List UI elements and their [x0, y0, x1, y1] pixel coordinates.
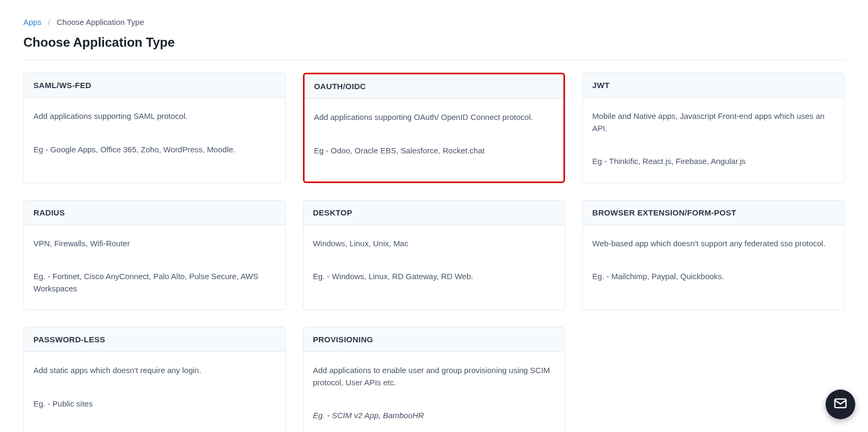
card-password-less[interactable]: PASSWORD-LESSAdd static apps which doesn…: [23, 327, 286, 432]
card-radius[interactable]: RADIUSVPN, Firewalls, Wifi-RouterEg. - F…: [23, 200, 286, 310]
card-description: Add static apps which doesn't require an…: [33, 365, 276, 377]
breadcrumb-current: Choose Application Type: [57, 18, 144, 27]
card-body: Add applications supporting SAML protoco…: [24, 98, 285, 170]
card-title: PASSWORD-LESS: [24, 327, 285, 352]
card-description: Windows, Linux, Unix, Mac: [313, 238, 555, 250]
breadcrumb: Apps / Choose Application Type: [23, 5, 845, 35]
card-body: Add applications to enable user and grou…: [303, 352, 565, 432]
card-description: Add applications to enable user and grou…: [313, 365, 555, 388]
application-type-grid: SAML/WS-FEDAdd applications supporting S…: [23, 73, 845, 432]
title-divider: [23, 59, 845, 60]
card-body: Web-based app which doesn't support any …: [583, 225, 844, 298]
card-body: VPN, Firewalls, Wifi-RouterEg. - Fortine…: [24, 225, 285, 310]
breadcrumb-separator: /: [48, 18, 50, 27]
card-description: Add applications supporting SAML protoco…: [33, 110, 276, 123]
card-jwt[interactable]: JWTMobile and Native apps, Javascript Fr…: [582, 73, 845, 183]
card-description: Mobile and Native apps, Javascript Front…: [592, 110, 835, 134]
card-body: Windows, Linux, Unix, MacEg. - Windows, …: [303, 225, 565, 298]
card-title: BROWSER EXTENSION/FORM-POST: [583, 201, 844, 225]
card-browser-extension[interactable]: BROWSER EXTENSION/FORM-POSTWeb-based app…: [582, 200, 845, 310]
card-title: PROVISIONING: [303, 327, 565, 352]
card-description: Add applications supporting OAuth/ OpenI…: [314, 111, 554, 124]
card-example: Eg. - Windows, Linux, RD Gateway, RD Web…: [313, 271, 555, 283]
card-saml-ws-fed[interactable]: SAML/WS-FEDAdd applications supporting S…: [23, 73, 286, 183]
card-example: Eg - Thinkific, React.js, Firebase, Angu…: [592, 155, 835, 168]
card-title: RADIUS: [24, 201, 285, 225]
card-body: Add static apps which doesn't require an…: [24, 352, 285, 425]
page-title: Choose Application Type: [23, 35, 845, 59]
card-provisioning[interactable]: PROVISIONINGAdd applications to enable u…: [303, 327, 566, 432]
card-title: OAUTH/OIDC: [305, 74, 564, 99]
card-example: Eg - Google Apps, Office 365, Zoho, Word…: [33, 144, 276, 156]
card-desktop[interactable]: DESKTOPWindows, Linux, Unix, MacEg. - Wi…: [303, 200, 566, 310]
card-description: Web-based app which doesn't support any …: [592, 238, 835, 250]
card-description: VPN, Firewalls, Wifi-Router: [33, 238, 276, 250]
card-example: Eg. - Public sites: [33, 398, 276, 410]
card-example: Eg. - Fortinet, Cisco AnyConnect, Palo A…: [33, 271, 276, 295]
card-title: DESKTOP: [303, 201, 565, 225]
card-body: Mobile and Native apps, Javascript Front…: [583, 98, 844, 183]
card-title: SAML/WS-FED: [24, 73, 285, 98]
card-example: Eg - Odoo, Oracle EBS, Salesforce, Rocke…: [314, 145, 554, 157]
card-example: Eg. - SCIM v2 App, BambooHR: [313, 410, 555, 422]
card-oauth-oidc[interactable]: OAUTH/OIDCAdd applications supporting OA…: [303, 73, 566, 183]
card-title: JWT: [583, 73, 844, 98]
card-example: Eg. - Mailchimp, Paypal, Quickbooks.: [592, 271, 835, 283]
mail-icon: [833, 396, 848, 413]
chat-button[interactable]: [826, 390, 855, 419]
breadcrumb-root-link[interactable]: Apps: [23, 18, 41, 27]
card-body: Add applications supporting OAuth/ OpenI…: [305, 99, 564, 171]
